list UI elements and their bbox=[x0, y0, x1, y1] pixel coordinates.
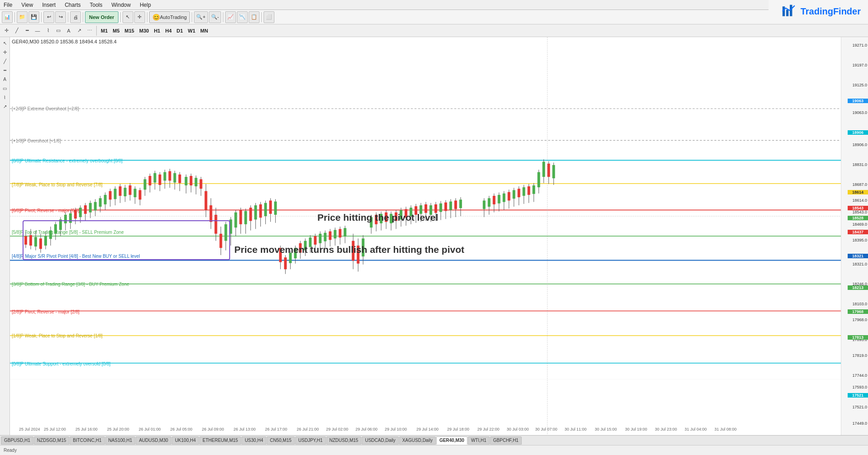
tab-gbpusd[interactable]: GBPUSD,H1 bbox=[1, 436, 33, 445]
toolbar2-separator bbox=[96, 26, 97, 36]
svg-rect-191 bbox=[439, 204, 442, 212]
print-button[interactable]: 🖨 bbox=[70, 11, 81, 23]
fib-tool[interactable]: ⌇ bbox=[43, 26, 52, 36]
svg-rect-57 bbox=[99, 198, 102, 207]
crosshair-tool[interactable]: ✛ bbox=[2, 26, 11, 36]
pivot-annotation-box bbox=[23, 220, 231, 260]
arrow-draw-tool[interactable]: ↗ bbox=[75, 26, 84, 36]
zoom-out-button[interactable]: 🔍- bbox=[209, 11, 222, 23]
menu-window[interactable]: Window bbox=[110, 1, 133, 9]
tf-h4[interactable]: H4 bbox=[163, 28, 173, 33]
line-lp[interactable]: ╱ bbox=[1, 57, 9, 65]
toolbar-separator-8 bbox=[223, 12, 223, 22]
svg-rect-91 bbox=[185, 177, 188, 185]
templates-button[interactable]: 📋 bbox=[249, 11, 259, 23]
svg-text:30 Jul 15:00: 30 Jul 15:00 bbox=[595, 427, 617, 431]
svg-text:31 Jul 08:00: 31 Jul 08:00 bbox=[714, 427, 736, 431]
label-3-8: [3/8]P Bottom of Trading Range [3/8] - B… bbox=[12, 281, 129, 286]
open-button[interactable]: 📁 bbox=[17, 11, 28, 23]
menu-view[interactable]: View bbox=[19, 1, 35, 9]
rect-lp[interactable]: ▭ bbox=[1, 84, 9, 92]
arrow-lp[interactable]: ↗ bbox=[1, 102, 9, 110]
zoom-in-button[interactable]: 🔍+ bbox=[194, 11, 208, 23]
indicators-button[interactable]: 📉 bbox=[237, 11, 248, 23]
redo-button[interactable]: ↪ bbox=[55, 11, 66, 23]
tab-nzdsgd[interactable]: NZDSGD,M15 bbox=[34, 436, 69, 445]
menu-file[interactable]: File bbox=[2, 1, 14, 9]
line-tool[interactable]: ╱ bbox=[12, 26, 21, 36]
undo-button[interactable]: ↩ bbox=[43, 11, 54, 23]
chart-type-button[interactable]: 📈 bbox=[225, 11, 236, 23]
svg-rect-189 bbox=[434, 204, 437, 213]
tf-m5[interactable]: M5 bbox=[111, 28, 121, 33]
svg-rect-97 bbox=[200, 179, 203, 189]
chart-canvas[interactable]: 25 Jul 2024 25 Jul 12:00 25 Jul 16:00 25… bbox=[10, 37, 841, 435]
bottom-tabs: GBPUSD,H1 NZDSGD,M15 BITCOINC,H1 NAS100,… bbox=[0, 435, 868, 445]
horizontal-line-tool[interactable]: ━ bbox=[23, 26, 32, 36]
svg-rect-51 bbox=[84, 205, 87, 214]
svg-text:25 Jul 12:00: 25 Jul 12:00 bbox=[44, 427, 66, 431]
svg-text:29 Jul 22:00: 29 Jul 22:00 bbox=[477, 427, 500, 431]
fib-lp[interactable]: ⌇ bbox=[1, 93, 9, 101]
menu-bar: File View Insert Charts Tools Window Hel… bbox=[0, 0, 868, 10]
hline-lp[interactable]: ━ bbox=[1, 66, 9, 74]
text-lp[interactable]: A bbox=[1, 75, 9, 83]
rectangle-tool[interactable]: ▭ bbox=[54, 26, 63, 36]
tf-w1[interactable]: W1 bbox=[186, 28, 198, 33]
menu-charts[interactable]: Charts bbox=[63, 1, 82, 9]
svg-rect-217 bbox=[523, 187, 525, 196]
svg-rect-149 bbox=[329, 232, 331, 240]
svg-rect-93 bbox=[190, 176, 193, 185]
minus-tool[interactable]: — bbox=[33, 26, 42, 36]
svg-rect-193 bbox=[444, 203, 447, 211]
crosshair-button[interactable]: ✛ bbox=[134, 11, 145, 23]
tab-ger40[interactable]: GER40,M30 bbox=[436, 436, 467, 445]
svg-text:29 Jul 06:00: 29 Jul 06:00 bbox=[355, 427, 377, 431]
tab-us30[interactable]: US30,H4 bbox=[241, 436, 266, 445]
logo-icon bbox=[782, 3, 798, 19]
svg-text:26 Jul 13:00: 26 Jul 13:00 bbox=[233, 427, 255, 431]
tab-bitcoin[interactable]: BITCOINC,H1 bbox=[70, 436, 104, 445]
tab-audusd[interactable]: AUDUSD,M30 bbox=[136, 436, 171, 445]
arrow-tool-button[interactable]: ↖ bbox=[123, 11, 133, 23]
label-1-8: [1/8]P Weak, Place to Stop and Reverse [… bbox=[12, 333, 103, 338]
svg-rect-147 bbox=[324, 233, 326, 242]
tab-nzdusd[interactable]: NZDUSD,M15 bbox=[326, 436, 362, 445]
tab-nas100[interactable]: NAS100,H1 bbox=[105, 436, 136, 445]
new-order-button[interactable]: New Order bbox=[85, 11, 118, 23]
svg-text:29 Jul 10:00: 29 Jul 10:00 bbox=[385, 427, 407, 431]
tab-gbpchf[interactable]: GBPCHF,H1 bbox=[490, 436, 522, 445]
cursor-tool[interactable]: ↖ bbox=[1, 39, 9, 47]
text-tool[interactable]: A bbox=[64, 26, 73, 36]
menu-help[interactable]: Help bbox=[138, 1, 153, 9]
svg-text:29 Jul 02:00: 29 Jul 02:00 bbox=[326, 427, 348, 431]
tf-m30[interactable]: M30 bbox=[137, 28, 151, 33]
tf-mn[interactable]: MN bbox=[198, 28, 210, 33]
menu-tools[interactable]: Tools bbox=[88, 1, 104, 9]
tab-usdcad[interactable]: USDCAD,Daily bbox=[362, 436, 398, 445]
tf-h1[interactable]: H1 bbox=[152, 28, 162, 33]
crosshair-lp[interactable]: ✛ bbox=[1, 48, 9, 56]
tab-uk100[interactable]: UK100,H4 bbox=[172, 436, 199, 445]
period-separators-button[interactable]: ⬜ bbox=[264, 11, 274, 23]
label-2-8: [2/8]P Pivot, Reverse - major [2/8] bbox=[12, 309, 80, 314]
tab-ethereum[interactable]: ETHEREUM,M15 bbox=[199, 436, 241, 445]
tf-m1[interactable]: M1 bbox=[99, 28, 109, 33]
tab-wti[interactable]: WTI,H1 bbox=[468, 436, 490, 445]
new-chart-button[interactable]: 📊 bbox=[2, 11, 13, 23]
tf-d1[interactable]: D1 bbox=[175, 28, 185, 33]
svg-rect-211 bbox=[508, 192, 510, 201]
tab-usdjpy[interactable]: USDJPY,H1 bbox=[295, 436, 326, 445]
toolbar-separator-2 bbox=[41, 12, 42, 22]
tab-cn50[interactable]: CN50,M15 bbox=[267, 436, 295, 445]
svg-rect-95 bbox=[195, 178, 198, 186]
tab-xagusd[interactable]: XAGUSD,Daily bbox=[399, 436, 436, 445]
svg-rect-205 bbox=[493, 196, 495, 204]
price-axis: .px-lbl { position: absolute; right: 2px… bbox=[841, 37, 868, 435]
more-tools[interactable]: ⋯ bbox=[85, 26, 94, 36]
save-button[interactable]: 💾 bbox=[28, 11, 39, 23]
autotrading-button[interactable]: 😊 AutoTrading bbox=[149, 11, 190, 23]
menu-insert[interactable]: Insert bbox=[40, 1, 57, 9]
tf-m15[interactable]: M15 bbox=[123, 28, 136, 33]
svg-rect-63 bbox=[114, 189, 117, 199]
